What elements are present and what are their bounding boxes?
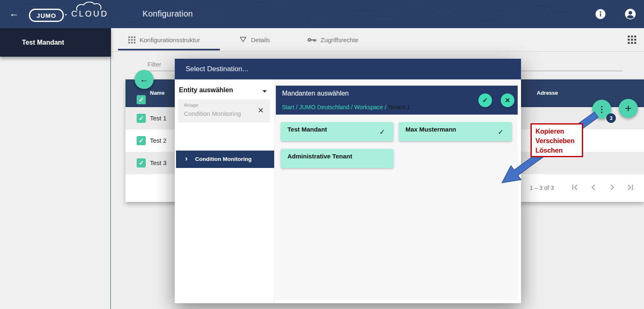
pagination-range: 1 – 3 of 3 <box>530 184 554 191</box>
column-header-name: Name <box>150 90 164 96</box>
tenant-chip-test-mandant[interactable]: Test Mandant ✓ <box>281 122 393 141</box>
column-header-adresse: Adresse <box>537 90 558 96</box>
chevron-down-icon[interactable] <box>263 90 267 93</box>
row-name: Test 2 <box>150 137 166 144</box>
cancel-button[interactable]: ✕ <box>501 93 514 107</box>
tenant-chip-max-mustermann[interactable]: Max Mustermann ✓ <box>399 122 512 141</box>
anlage-field-label: Anlage <box>184 103 198 108</box>
tab-label: Konfigurationsstruktur <box>140 36 200 43</box>
breadcrumb-start[interactable]: Start <box>282 104 294 110</box>
annotation-menu-box: Kopieren Verschieben Löschen <box>531 123 583 157</box>
anlage-field[interactable]: Anlage Condition Monitoring ✕ <box>178 99 270 122</box>
dialog-left-panel: Entity auswählen Anlage Condition Monito… <box>175 79 275 303</box>
row-checkbox[interactable]: ✓ <box>137 114 146 123</box>
add-button[interactable]: + <box>619 99 638 118</box>
layout-grid-icon[interactable] <box>628 36 636 44</box>
anlage-field-value: Condition Monitoring <box>184 110 241 117</box>
first-page-icon[interactable] <box>571 183 579 192</box>
app-bar: ← JUMO · CLOUD Konfiguration <box>0 0 644 28</box>
info-icon[interactable] <box>595 9 606 19</box>
breadcrumb-current-tenant: Tenant 1 <box>388 104 410 110</box>
page-title: Konfiguration <box>142 9 193 19</box>
annotation-line: Löschen <box>535 146 582 155</box>
breadcrumb-workspace[interactable]: Workspace <box>354 104 383 110</box>
chip-label: Test Mandant <box>287 126 327 133</box>
prev-page-icon[interactable] <box>589 183 598 192</box>
tab-details[interactable]: Details <box>239 28 270 51</box>
next-page-icon[interactable] <box>608 183 616 192</box>
last-page-icon[interactable] <box>626 183 634 192</box>
tab-zugriffsrechte[interactable]: Zugriffsrechte <box>307 28 358 51</box>
tree-item-condition-monitoring[interactable]: › Condition Monitoring <box>176 151 274 168</box>
sidebar <box>0 28 111 309</box>
account-icon[interactable] <box>625 8 636 20</box>
dialog-title: Select Destination... <box>186 65 248 73</box>
tree-item-label: Condition Monitoring <box>195 156 251 162</box>
dialog-right-panel: Mandanten auswählen Start / JUMO Deutsch… <box>275 79 518 300</box>
filter-input[interactable]: Filter <box>147 61 161 68</box>
row-name: Test 1 <box>150 115 166 122</box>
row-checkbox[interactable]: ✓ <box>137 158 146 168</box>
chip-label: Administrative Tenant <box>287 153 352 160</box>
tab-konfigurationsstruktur[interactable]: Konfigurationsstruktur <box>128 28 200 51</box>
breadcrumb-jumo-deutschland[interactable]: JUMO Deutschland <box>299 104 349 110</box>
key-icon <box>307 37 316 43</box>
back-arrow-icon[interactable]: ← <box>9 7 19 19</box>
select-all-checkbox[interactable]: ✓ <box>137 95 146 104</box>
dialog-header: Select Destination... <box>175 59 521 79</box>
jumo-logo: JUMO <box>29 9 64 22</box>
selection-count-badge: 3 <box>606 113 616 123</box>
breadcrumb: Start / JUMO Deutschland / Workspace / T… <box>282 104 410 110</box>
sidebar-tenant-title[interactable]: Test Mandant <box>0 28 111 57</box>
breadcrumb-separator: / <box>296 104 297 110</box>
cloud-outline-icon <box>75 2 117 11</box>
check-icon: ✓ <box>498 128 504 137</box>
breadcrumb-separator: / <box>385 104 386 110</box>
collapse-back-button[interactable]: ← <box>135 70 154 89</box>
clear-field-icon[interactable]: ✕ <box>258 106 264 115</box>
chip-label: Max Mustermann <box>405 126 456 133</box>
funnel-icon <box>239 36 247 43</box>
mandanten-header: Mandanten auswählen Start / JUMO Deutsch… <box>276 86 518 115</box>
mandanten-title: Mandanten auswählen <box>282 90 349 97</box>
tab-label: Zugriffsrechte <box>321 36 358 43</box>
chevron-right-icon[interactable]: › <box>185 154 188 163</box>
annotation-line: Kopieren <box>535 127 582 136</box>
breadcrumb-separator: / <box>351 104 353 110</box>
row-name: Test 3 <box>150 159 166 166</box>
confirm-button[interactable]: ✓ <box>478 93 492 107</box>
active-tab-underline <box>118 49 220 50</box>
row-checkbox[interactable]: ✓ <box>137 136 146 145</box>
annotation-line: Verschieben <box>535 136 582 146</box>
select-destination-dialog: Select Destination... Entity auswählen A… <box>175 59 521 303</box>
grid-icon <box>128 36 135 43</box>
tenant-chip-administrative-tenant[interactable]: Administrative Tenant <box>281 149 393 168</box>
entity-select-dropdown[interactable]: Entity auswählen <box>179 86 233 94</box>
tab-bar: Konfigurationsstruktur Details Zugriffsr… <box>111 28 644 52</box>
check-icon: ✓ <box>379 128 385 137</box>
tab-label: Details <box>251 36 270 43</box>
logo-dot: · <box>65 10 68 19</box>
